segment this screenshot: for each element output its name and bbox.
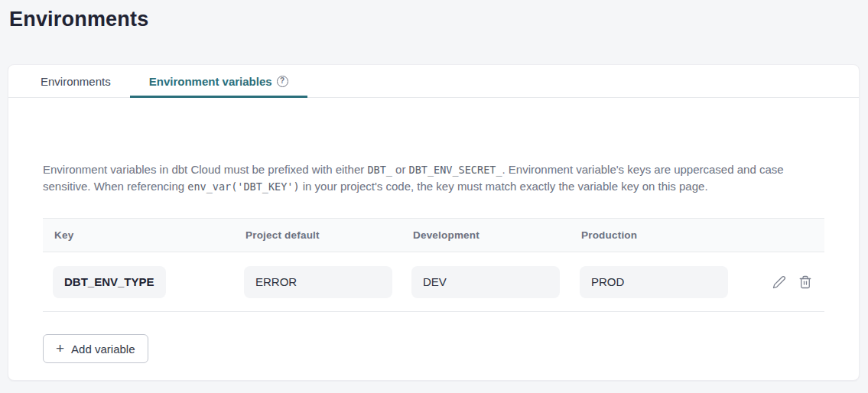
development-cell: DEV [411,266,580,298]
plus-icon: + [56,341,64,356]
add-variable-label: Add variable [71,343,135,356]
tab-environments[interactable]: Environments [21,65,130,97]
description-text: or [392,163,409,176]
delete-variable-button[interactable] [798,274,813,290]
production-value-chip: PROD [580,266,728,298]
tab-environments-label: Environments [41,75,111,88]
row-actions [766,274,813,290]
column-header: Production [580,229,766,241]
development-value-chip: DEV [411,266,560,298]
environment-variables-card: Environments Environment variables ? Env… [8,64,860,381]
production-cell: PROD [580,266,766,298]
tab-content: Environment variables in dbt Cloud must … [8,98,859,363]
help-question-icon[interactable]: ? [277,76,288,87]
environment-variables-table: KeyProject defaultDevelopmentProduction … [43,218,824,312]
column-header: Development [411,229,580,241]
table-row: DBT_ENV_TYPE ERROR DEV PROD [43,252,824,312]
edit-variable-button[interactable] [772,274,787,290]
page-title: Environments [9,8,859,31]
description-code: DBT_ENV_SECRET_ [409,164,502,176]
description-text: Environment variables in dbt Cloud must … [43,163,367,176]
add-variable-button[interactable]: + Add variable [43,334,148,363]
column-header: Key [53,229,244,241]
tab-environment-variables-label: Environment variables [149,75,272,88]
description: Environment variables in dbt Cloud must … [43,161,824,195]
pencil-icon [772,275,786,289]
description-code: env_var('DBT_KEY') [187,180,299,193]
environments-page: Environments [0,0,868,31]
table-body: DBT_ENV_TYPE ERROR DEV PROD [43,252,824,312]
tab-bar: Environments Environment variables ? [8,65,859,98]
table-header-row: KeyProject defaultDevelopmentProduction [43,218,824,252]
key-cell: DBT_ENV_TYPE [53,266,244,298]
project-default-value-chip: ERROR [244,266,392,298]
description-text: in your project's code, the key must mat… [300,180,708,193]
variable-key-chip: DBT_ENV_TYPE [53,266,166,298]
trash-icon [798,275,812,289]
column-header: Project default [244,229,411,241]
description-code: DBT_ [367,164,392,176]
tab-environment-variables[interactable]: Environment variables ? [130,65,307,97]
project-default-cell: ERROR [244,266,411,298]
